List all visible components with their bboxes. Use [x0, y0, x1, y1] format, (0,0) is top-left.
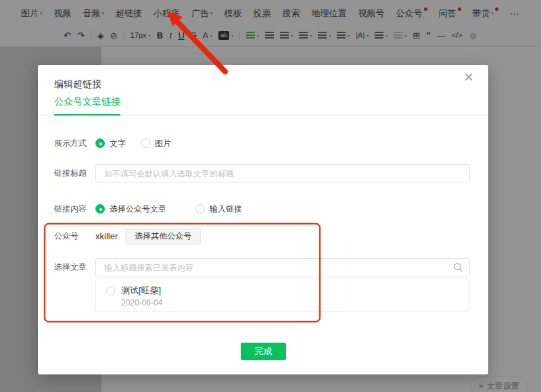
article-search-row: 选择文章 [54, 258, 470, 276]
article-search-label: 选择文章 [54, 262, 87, 273]
radio-unselected-icon [141, 139, 150, 148]
tab-official-article-link[interactable]: 公众号文章链接 [54, 96, 120, 116]
account-label: 公众号 [54, 230, 87, 242]
article-search-input[interactable] [95, 258, 470, 276]
link-content-row: 链接内容 选择公众号文章 输入链接 [54, 203, 470, 215]
link-title-label: 链接标题 [54, 168, 87, 179]
radio-select-article[interactable]: 选择公众号文章 [95, 203, 166, 215]
radio-selected-icon [95, 204, 105, 214]
screen: 图片▾ 视频 音频▾ 超链接 小程序 广告▾ 模板 投票 搜索 地理位置 视频号… [0, 0, 541, 392]
article-date: 2020-06-04 [121, 298, 162, 308]
link-title-row: 链接标题 [54, 164, 470, 182]
radio-selected-icon [95, 139, 105, 148]
edit-hyperlink-dialog: 编辑超链接 × 公众号文章链接 展示方式 文字 图片 链接标题 链接内容 [38, 65, 488, 374]
link-title-input[interactable] [95, 164, 470, 182]
radio-unselected-icon [106, 287, 115, 295]
article-result-list: 测试[旺柴] 2020-06-04 [95, 278, 470, 312]
article-title: 测试[旺柴] [121, 286, 162, 295]
account-name: xkiller [95, 231, 118, 241]
account-row: 公众号 xkiller 选择其他公众号 [54, 228, 470, 245]
radio-unselected-icon [195, 204, 205, 214]
dialog-title: 编辑超链接 [54, 78, 101, 91]
radio-display-text[interactable]: 文字 [95, 138, 126, 149]
dialog-tabbar: 公众号文章链接 [38, 92, 488, 116]
display-mode-label: 展示方式 [54, 138, 87, 149]
article-result-item[interactable]: 测试[旺柴] 2020-06-04 [96, 279, 469, 308]
radio-enter-url[interactable]: 输入链接 [195, 203, 242, 215]
search-icon [453, 262, 463, 272]
radio-display-image[interactable]: 图片 [141, 138, 171, 149]
link-content-label: 链接内容 [54, 203, 87, 215]
close-icon[interactable]: × [464, 69, 473, 85]
choose-other-account-button[interactable]: 选择其他公众号 [125, 228, 201, 245]
display-mode-row: 展示方式 文字 图片 [54, 137, 470, 149]
done-button[interactable]: 完成 [241, 343, 286, 360]
